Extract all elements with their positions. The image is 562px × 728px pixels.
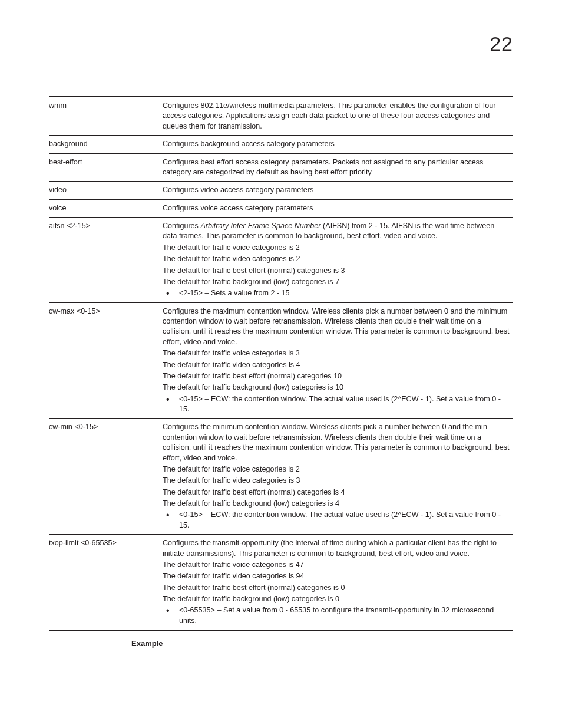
description-line: Configures the maximum contention window… bbox=[163, 307, 510, 348]
parameter-description: Configures video access category paramet… bbox=[163, 182, 513, 199]
table-row: aifsn <2-15>Configures Arbitrary Inter-F… bbox=[49, 218, 513, 303]
description-line: The default for traffic best effort (nor… bbox=[163, 487, 510, 498]
parameter-name: cw-max <0-15> bbox=[49, 302, 163, 419]
description-line: The default for traffic voice categories… bbox=[163, 560, 510, 570]
description-line: The default for traffic best effort (nor… bbox=[163, 266, 510, 276]
parameter-name: video bbox=[49, 182, 163, 199]
parameters-table: wmmConfigures 802.11e/wireless multimedi… bbox=[49, 96, 513, 631]
description-line: Configures the transmit-opportunity (the… bbox=[163, 538, 510, 559]
description-line: The default for traffic best effort (nor… bbox=[163, 371, 510, 381]
parameter-description: Configures the transmit-opportunity (the… bbox=[163, 535, 513, 631]
table-row: voiceConfigures voice access category pa… bbox=[49, 199, 513, 217]
description-line: The default for traffic background (low)… bbox=[163, 594, 510, 604]
parameter-description: Configures the minimum contention window… bbox=[163, 419, 513, 535]
parameter-description: Configures best effort access category p… bbox=[163, 153, 513, 182]
parameter-name: txop-limit <0-65535> bbox=[49, 535, 163, 631]
table-row: cw-max <0-15>Configures the maximum cont… bbox=[49, 302, 513, 419]
example-heading: Example bbox=[131, 639, 513, 648]
bullet-list: <0-65535> – Set a value from 0 - 65535 t… bbox=[163, 605, 510, 626]
content-area: wmmConfigures 802.11e/wireless multimedi… bbox=[49, 96, 513, 648]
description-line: Configures the minimum contention window… bbox=[163, 422, 510, 463]
description-line: Configures best effort access category p… bbox=[163, 157, 510, 178]
table-row: wmmConfigures 802.11e/wireless multimedi… bbox=[49, 97, 513, 136]
parameter-name: cw-min <0-15> bbox=[49, 419, 163, 535]
description-line: Configures background access category pa… bbox=[163, 139, 510, 149]
description-line: Configures video access category paramet… bbox=[163, 185, 510, 195]
bullet-item: <0-15> – ECW: the contention window. The… bbox=[163, 510, 510, 531]
table-row: best-effortConfigures best effort access… bbox=[49, 153, 513, 182]
description-line: Configures Arbitrary Inter-Frame Space N… bbox=[163, 221, 510, 242]
description-line: The default for traffic voice categories… bbox=[163, 243, 510, 253]
bullet-item: <2-15> – Sets a value from 2 - 15 bbox=[163, 288, 510, 298]
description-line: The default for traffic video categories… bbox=[163, 476, 510, 486]
parameter-name: wmm bbox=[49, 97, 163, 136]
description-line: The default for traffic background (low)… bbox=[163, 499, 510, 509]
bullet-item: <0-65535> – Set a value from 0 - 65535 t… bbox=[163, 605, 510, 626]
parameter-description: Configures the maximum contention window… bbox=[163, 302, 513, 419]
bullet-list: <2-15> – Sets a value from 2 - 15 bbox=[163, 288, 510, 298]
chapter-number: 22 bbox=[490, 32, 513, 55]
table-row: videoConfigures video access category pa… bbox=[49, 182, 513, 199]
description-line: The default for traffic best effort (nor… bbox=[163, 583, 510, 593]
description-line: The default for traffic voice categories… bbox=[163, 465, 510, 475]
description-line: The default for traffic video categories… bbox=[163, 254, 510, 264]
table-row: txop-limit <0-65535>Configures the trans… bbox=[49, 535, 513, 631]
description-line: The default for traffic video categories… bbox=[163, 360, 510, 370]
description-line: Configures voice access category paramet… bbox=[163, 203, 510, 213]
description-line: Configures 802.11e/wireless multimedia p… bbox=[163, 101, 510, 131]
description-line: The default for traffic background (low)… bbox=[163, 277, 510, 287]
parameter-name: aifsn <2-15> bbox=[49, 218, 163, 303]
bullet-list: <0-15> – ECW: the contention window. The… bbox=[163, 394, 510, 415]
parameter-description: Configures voice access category paramet… bbox=[163, 199, 513, 217]
description-line: The default for traffic voice categories… bbox=[163, 348, 510, 358]
parameter-description: Configures Arbitrary Inter-Frame Space N… bbox=[163, 218, 513, 303]
page: 22 wmmConfigures 802.11e/wireless multim… bbox=[0, 0, 562, 728]
table-row: cw-min <0-15>Configures the minimum cont… bbox=[49, 419, 513, 535]
description-line: The default for traffic video categories… bbox=[163, 571, 510, 581]
parameter-name: background bbox=[49, 136, 163, 153]
bullet-item: <0-15> – ECW: the contention window. The… bbox=[163, 394, 510, 415]
description-line: The default for traffic background (low)… bbox=[163, 383, 510, 393]
bullet-list: <0-15> – ECW: the contention window. The… bbox=[163, 510, 510, 531]
table-row: backgroundConfigures background access c… bbox=[49, 136, 513, 153]
parameter-name: best-effort bbox=[49, 153, 163, 182]
parameter-description: Configures background access category pa… bbox=[163, 136, 513, 153]
parameter-name: voice bbox=[49, 199, 163, 217]
parameter-description: Configures 802.11e/wireless multimedia p… bbox=[163, 97, 513, 136]
